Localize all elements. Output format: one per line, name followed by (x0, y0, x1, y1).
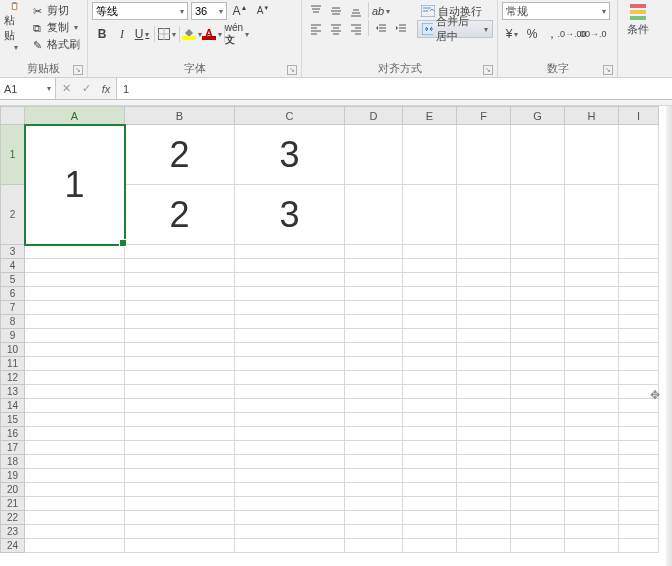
cell[interactable] (565, 497, 619, 511)
cell[interactable] (511, 245, 565, 259)
cell[interactable] (125, 329, 235, 343)
align-top-button[interactable] (306, 2, 326, 20)
cell[interactable] (511, 259, 565, 273)
cell[interactable] (235, 357, 345, 371)
cell[interactable] (619, 469, 659, 483)
percent-button[interactable]: % (522, 25, 542, 43)
cell[interactable] (511, 287, 565, 301)
cell[interactable] (511, 525, 565, 539)
cell[interactable] (125, 287, 235, 301)
cell[interactable] (403, 497, 457, 511)
cell[interactable] (511, 185, 565, 245)
row-header[interactable]: 6 (1, 287, 25, 301)
cell[interactable] (235, 371, 345, 385)
cell[interactable] (565, 329, 619, 343)
cell[interactable] (345, 245, 403, 259)
cell[interactable] (403, 525, 457, 539)
cell[interactable] (619, 511, 659, 525)
cell[interactable] (125, 301, 235, 315)
cell[interactable] (457, 399, 511, 413)
cell[interactable] (345, 259, 403, 273)
cell[interactable] (25, 399, 125, 413)
cell[interactable] (511, 441, 565, 455)
column-header[interactable]: F (457, 107, 511, 125)
cell[interactable] (345, 301, 403, 315)
cell[interactable] (619, 525, 659, 539)
cell[interactable] (25, 287, 125, 301)
cell[interactable] (25, 329, 125, 343)
cell[interactable] (235, 483, 345, 497)
align-middle-button[interactable] (326, 2, 346, 20)
row-header[interactable]: 20 (1, 483, 25, 497)
align-left-button[interactable] (306, 20, 326, 38)
cell[interactable] (403, 329, 457, 343)
cut-button[interactable]: ✂ 剪切 (27, 2, 83, 19)
cell[interactable] (457, 427, 511, 441)
cell[interactable] (511, 511, 565, 525)
cell[interactable] (345, 413, 403, 427)
borders-button[interactable]: ▾ (157, 25, 177, 43)
cell[interactable] (457, 525, 511, 539)
cell[interactable] (125, 245, 235, 259)
cell[interactable] (619, 441, 659, 455)
italic-button[interactable]: I (112, 25, 132, 43)
cell[interactable] (511, 343, 565, 357)
cell[interactable] (235, 455, 345, 469)
conditional-format-button[interactable]: 条件 (622, 2, 654, 37)
cell[interactable] (125, 483, 235, 497)
cell[interactable] (457, 441, 511, 455)
font-name-combo[interactable]: ▾ (92, 2, 188, 20)
cell[interactable] (565, 399, 619, 413)
cell[interactable]: 2 (125, 185, 235, 245)
row-header[interactable]: 1 (1, 125, 25, 185)
cell[interactable] (235, 413, 345, 427)
column-header[interactable]: C (235, 107, 345, 125)
cell[interactable] (619, 497, 659, 511)
cell[interactable] (511, 329, 565, 343)
dialog-launcher-icon[interactable]: ↘ (287, 65, 297, 75)
row-header[interactable]: 14 (1, 399, 25, 413)
cell[interactable] (403, 185, 457, 245)
cell[interactable] (403, 357, 457, 371)
cell[interactable] (565, 455, 619, 469)
cell[interactable] (565, 315, 619, 329)
cell[interactable] (565, 371, 619, 385)
cell[interactable] (403, 469, 457, 483)
cell[interactable] (511, 301, 565, 315)
cell[interactable] (25, 357, 125, 371)
cell[interactable] (25, 497, 125, 511)
font-size-input[interactable] (195, 5, 219, 17)
cell[interactable] (457, 371, 511, 385)
cell[interactable] (619, 245, 659, 259)
cell[interactable] (619, 455, 659, 469)
cell[interactable] (235, 273, 345, 287)
cell[interactable] (345, 497, 403, 511)
cell[interactable] (619, 427, 659, 441)
cell[interactable] (345, 371, 403, 385)
cell[interactable] (457, 185, 511, 245)
row-header[interactable]: 16 (1, 427, 25, 441)
cell[interactable] (457, 385, 511, 399)
cell[interactable] (403, 343, 457, 357)
cell[interactable] (619, 287, 659, 301)
cell[interactable] (511, 125, 565, 185)
cell[interactable] (457, 357, 511, 371)
paste-button[interactable]: 粘贴 ▾ (4, 2, 25, 52)
cell[interactable] (235, 245, 345, 259)
column-header[interactable]: B (125, 107, 235, 125)
cell[interactable] (25, 315, 125, 329)
cell[interactable] (565, 125, 619, 185)
cell[interactable] (125, 343, 235, 357)
cell[interactable] (345, 385, 403, 399)
cell[interactable] (403, 441, 457, 455)
cell[interactable] (25, 371, 125, 385)
underline-button[interactable]: U▾ (132, 25, 152, 43)
cell[interactable] (345, 469, 403, 483)
format-painter-button[interactable]: ✎ 格式刷 (27, 36, 83, 53)
font-name-input[interactable] (96, 5, 180, 17)
cell[interactable] (457, 497, 511, 511)
cell[interactable] (125, 399, 235, 413)
cell[interactable] (457, 343, 511, 357)
cell[interactable] (25, 301, 125, 315)
column-header[interactable]: E (403, 107, 457, 125)
